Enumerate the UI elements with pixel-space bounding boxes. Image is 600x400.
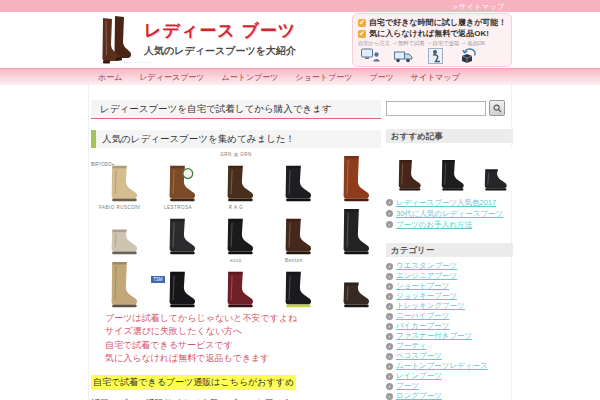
search-box <box>386 100 513 116</box>
arrow-bullet-icon: › <box>386 373 393 380</box>
boot-image <box>271 259 317 310</box>
sidebar-link[interactable]: エンジニアブーツ <box>396 271 457 281</box>
sidebar-link-row: ›ブーツ <box>386 381 513 391</box>
site-logo[interactable]: レディース ブーツ 人気のレディースブーツを大紹介 ''''''''''''''… <box>92 14 322 66</box>
sidebar-link[interactable]: ウエスタンブーツ <box>396 261 457 271</box>
boot-image <box>329 259 375 310</box>
sidebar-link[interactable]: ブーティ <box>396 341 427 351</box>
sidebar-link[interactable]: ペコスブーツ <box>396 351 442 361</box>
boot-image <box>473 149 511 193</box>
promo-check-line: ✓ 気に入らなければ無料で返品OK! <box>358 28 506 39</box>
order-pc-icon <box>361 48 381 64</box>
boot-image <box>329 153 375 204</box>
delivery-truck-icon <box>394 48 414 64</box>
boot-image <box>213 153 259 204</box>
promo-check-text: 自宅で好きな時間に試し履きが可能！ <box>369 17 506 28</box>
check-icon: ✓ <box>358 30 366 38</box>
boot-brand-label: BIRYODO+ <box>91 162 114 167</box>
sidebar-link[interactable]: バイカーブーツ <box>396 321 449 331</box>
boot-image <box>329 206 375 257</box>
boot-image <box>271 206 317 257</box>
sidebar-link[interactable]: レインブーツ <box>396 371 442 381</box>
sitemap-link[interactable]: ≫サイトマップ <box>452 2 505 12</box>
article-heading: 人気のレディースブーツを集めてみました！ <box>91 130 381 148</box>
promo-icons-row <box>358 48 506 64</box>
boot-image <box>155 153 201 204</box>
try-on-icon <box>427 48 445 64</box>
sidebar-link-row: ›ウエスタンブーツ <box>386 261 513 271</box>
boot-photo <box>265 204 323 257</box>
sidebar-link[interactable]: トレッキングブーツ <box>396 301 465 311</box>
logo-caption: '''''''''''''''' <box>120 61 151 67</box>
sidebar-link[interactable]: ブーツ <box>396 381 419 391</box>
page: ≫サイトマップ レディース ブーツ 人気のレディースブーツを大紹介 ''''''… <box>0 0 600 400</box>
featured-thumbnail[interactable] <box>472 147 512 193</box>
highlighted-text: 自宅で試着できるブーツ通販はこちらがおすすめ <box>91 375 296 390</box>
boot-photo <box>323 257 381 310</box>
arrow-bullet-icon: › <box>386 263 393 270</box>
benefit-item: 気に入らなければ無料で返品もできます <box>105 352 381 365</box>
boot-photo: LESTROSA <box>149 204 207 257</box>
sidebar-link-row: ›ニーハイブーツ <box>386 311 513 321</box>
benefit-item: 自宅で試着できるサービスです <box>105 339 381 352</box>
arrow-bullet-icon: › <box>386 199 393 206</box>
featured-thumbnail[interactable] <box>386 147 426 193</box>
boot-image <box>430 149 468 193</box>
boots-logo-icon <box>94 15 134 65</box>
boot-photo: ecco <box>207 257 265 310</box>
sidebar-link-row: ›ブーティ <box>386 341 513 351</box>
arrow-bullet-icon: › <box>386 343 393 350</box>
site-subtitle: 人気のレディースブーツを大紹介 <box>144 44 296 58</box>
sidebar-link[interactable]: ファスナー付きブーツ <box>396 331 472 341</box>
nav-item-home[interactable]: ホーム <box>98 72 122 83</box>
arrow-bullet-icon: › <box>386 383 393 390</box>
sidebar-heading-categories: カテゴリー <box>386 243 513 257</box>
benefit-item: ブーツは試着してからじゃないと不安ですよね <box>105 312 381 325</box>
sidebar-link[interactable]: ロングブーツ <box>396 391 442 400</box>
benefit-item: サイズ選びに失敗したくない方へ <box>105 325 381 338</box>
highlight-wrap: 自宅で試着できるブーツ通販はこちらがおすすめ <box>91 371 381 390</box>
search-input[interactable] <box>386 101 486 116</box>
sidebar-link-row: ›レインブーツ <box>386 371 513 381</box>
search-button[interactable] <box>489 100 505 116</box>
check-icon: ✓ <box>358 19 366 27</box>
sidebar-link-row: ›ブーツのお手入れ方法 <box>386 219 513 230</box>
boot-photo: TSM <box>149 257 207 310</box>
arrow-bullet-icon: › <box>386 283 393 290</box>
featured-thumbnail[interactable] <box>429 147 469 193</box>
arrow-bullet-icon: › <box>386 210 393 217</box>
boot-brand-label: FABIO RUSCONI <box>91 205 149 210</box>
arrow-bullet-icon: › <box>386 273 393 280</box>
boot-image <box>213 206 259 257</box>
boot-photo: GRN 凛 GRN <box>207 151 265 204</box>
sidebar-link[interactable]: ジョッキーブーツ <box>396 291 457 301</box>
return-box-icon <box>458 48 478 64</box>
arrow-bullet-icon: › <box>386 393 393 400</box>
sidebar-link[interactable]: 30代に人気のレディースブーツ <box>396 209 503 219</box>
top-bar: ≫サイトマップ <box>0 0 600 12</box>
boot-brand-label: GRN 凛 GRN <box>207 152 265 157</box>
sidebar-link-row: ›エンジニアブーツ <box>386 271 513 281</box>
search-icon <box>493 104 502 113</box>
sidebar-link-row: ›ロングブーツ <box>386 391 513 400</box>
boot-brand-label: R A G <box>207 205 265 210</box>
nav-item-boots[interactable]: ブーツ <box>369 72 393 83</box>
sidebar-link-row: ›レディースブーツ人気色2017 <box>386 197 513 208</box>
nav-item-ladies-boots[interactable]: レディースブーツ <box>139 72 204 83</box>
boot-photo: FABIO RUSCONI <box>91 204 149 257</box>
boot-photo: BIRYODO+ <box>91 151 149 204</box>
sidebar-link[interactable]: ニーハイブーツ <box>396 311 449 321</box>
sidebar-link-row: ›ジョッキーブーツ <box>386 291 513 301</box>
page-title: レディースブーツを自宅で試着してから購入できます <box>91 100 381 119</box>
nav-item-sitemap[interactable]: サイトマップ <box>411 72 460 83</box>
benefit-list: ブーツは試着してからじゃないと不安ですよね サイズ選びに失敗したくない方へ 自宅… <box>105 312 381 365</box>
sidebar-link[interactable]: レディースブーツ人気色2017 <box>396 198 496 208</box>
nav-item-mouton-boots[interactable]: ムートンブーツ <box>222 72 279 83</box>
sidebar-link[interactable]: ショートブーツ <box>396 281 449 291</box>
sidebar-link[interactable]: ムートンブーツレディース <box>396 361 488 371</box>
boot-brand-label: ecco <box>207 258 265 263</box>
boot-photo <box>91 257 149 310</box>
promo-check-line: ✓ 自宅で好きな時間に試し履きが可能！ <box>358 17 506 28</box>
nav-item-short-boots[interactable]: ショートブーツ <box>295 72 352 83</box>
sidebar-link[interactable]: ブーツのお手入れ方法 <box>396 220 472 230</box>
